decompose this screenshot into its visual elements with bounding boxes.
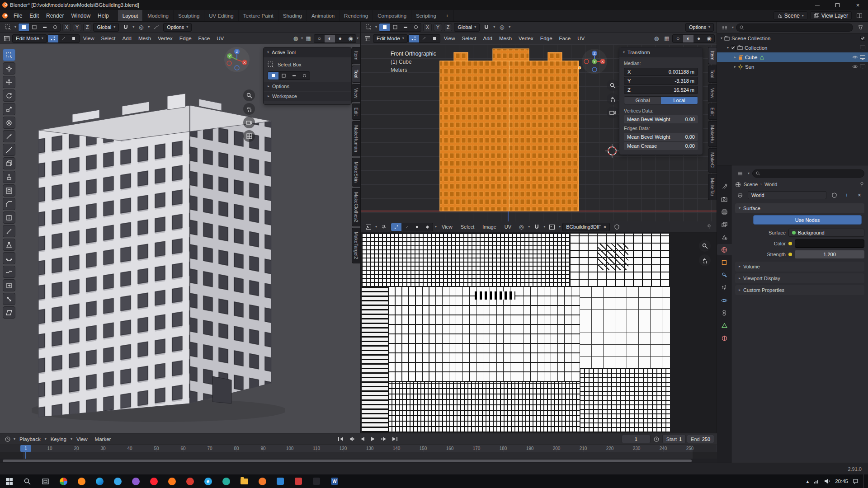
tab-makeskin[interactable]: MakeSkin <box>352 158 360 187</box>
gizmo-y-label[interactable]: Y <box>228 54 231 58</box>
orientation-dropdown[interactable]: Global ▾ <box>93 23 119 32</box>
pan-button[interactable] <box>699 254 711 266</box>
vertex-select-button[interactable] <box>48 35 58 42</box>
mirror-x-toggle[interactable]: X <box>423 23 432 31</box>
taskbar-app-orange[interactable] <box>163 474 181 488</box>
menu-add[interactable]: Add <box>119 33 134 44</box>
gizmo-x-label[interactable]: X <box>601 60 604 64</box>
checkbox-icon[interactable] <box>731 45 736 50</box>
tool-extrude-region[interactable] <box>3 171 15 183</box>
uv-canvas[interactable] <box>361 233 717 433</box>
options-subpanel[interactable]: ▸ Options <box>264 82 351 91</box>
menu-edit[interactable]: Edit <box>26 10 42 21</box>
gizmo-y-label[interactable]: Y <box>593 60 596 64</box>
tool-scale[interactable] <box>3 103 15 115</box>
tab-makeclothes2[interactable]: MakeClothes2 <box>352 188 360 226</box>
edge-select-button[interactable] <box>419 35 429 42</box>
taskbar-app-word[interactable]: W <box>326 474 344 488</box>
tab-compositing[interactable]: Compositing <box>373 10 411 21</box>
active-tool-icon[interactable] <box>3 23 13 32</box>
start-frame-field[interactable]: Start 1 <box>662 435 686 443</box>
menu-uv[interactable]: UV <box>574 33 588 44</box>
taskbar-app-red[interactable] <box>181 474 199 488</box>
active-tool-icon[interactable] <box>363 23 373 32</box>
tool-cursor[interactable] <box>3 62 15 75</box>
select-mode-new-button[interactable] <box>19 23 29 31</box>
breadcrumb-world[interactable]: World <box>764 182 778 187</box>
texture-image[interactable] <box>362 234 670 432</box>
tab-makeclothes[interactable]: MakeCl <box>708 148 717 173</box>
tool-loop-cut[interactable] <box>3 211 15 224</box>
viewport-3d-front[interactable]: ▾ X Y Z Global ▾ ▾ ◎ ▾ Options ▾ Edit Mo… <box>361 22 717 221</box>
gizmo-z-label[interactable]: Z <box>236 50 238 54</box>
tab-makehuman[interactable]: MakeHu <box>708 121 717 147</box>
timeline-tracks[interactable] <box>0 452 717 459</box>
tool-poly-build[interactable] <box>3 239 15 251</box>
face-select-button[interactable] <box>69 35 79 42</box>
tab-view-layer-properties[interactable] <box>717 219 731 230</box>
viewport-display-panel[interactable]: ▸ Viewport Display <box>735 273 864 283</box>
search-button[interactable] <box>18 474 36 488</box>
tab-constraint-properties[interactable] <box>717 307 731 319</box>
image-browse-button[interactable] <box>547 223 557 231</box>
tool-shrink-fatten[interactable] <box>3 293 15 305</box>
uv-sync-toggle[interactable] <box>379 223 389 231</box>
menu-select[interactable]: Select <box>459 33 480 44</box>
screen-icon[interactable] <box>860 65 865 69</box>
tab-render-properties[interactable] <box>717 193 731 205</box>
menu-file[interactable]: File <box>10 10 26 21</box>
menu-mesh[interactable]: Mesh <box>496 33 515 44</box>
start-button[interactable] <box>0 474 18 488</box>
tool-edge-slide[interactable] <box>3 279 15 291</box>
pan-button[interactable] <box>243 103 255 115</box>
tab-modeling[interactable]: Modeling <box>143 10 174 21</box>
proportional-editing-toggle[interactable]: ◎ <box>497 23 507 32</box>
volume-panel[interactable]: ▸ Volume <box>735 262 864 272</box>
fake-user-shield-button[interactable] <box>612 223 622 231</box>
menu-playback[interactable]: Playback <box>16 433 44 445</box>
jump-to-start-button[interactable] <box>336 435 346 443</box>
view-layer-selector[interactable]: View Layer <box>810 11 852 20</box>
custom-properties-panel[interactable]: ▸ Custom Properties <box>735 285 864 295</box>
surface-value-dropdown[interactable]: Background <box>788 229 864 237</box>
screen-icon[interactable] <box>860 46 865 50</box>
mode-dropdown[interactable]: Edit Mode ▾ <box>12 34 47 43</box>
minimize-button[interactable] <box>807 0 827 10</box>
screen-icon[interactable] <box>860 55 865 60</box>
unlink-world-button[interactable]: × <box>854 191 864 200</box>
tab-object-properties[interactable] <box>717 257 731 268</box>
menu-view[interactable]: View <box>80 33 98 44</box>
tab-physics-properties[interactable] <box>717 295 731 306</box>
maximize-button[interactable] <box>827 0 848 10</box>
browse-world-button[interactable] <box>735 191 745 200</box>
color-swatch[interactable] <box>795 239 864 248</box>
menu-mesh[interactable]: Mesh <box>135 33 154 44</box>
taskbar-app-vscode[interactable] <box>271 474 289 488</box>
menu-keying[interactable]: Keying <box>47 433 70 445</box>
viewport-3d-user[interactable]: ▾ X Y Z Global ▾ ▾ ◎ ▾ Options ▾ Edit Mo… <box>0 22 361 433</box>
properties-filter-button[interactable] <box>735 169 745 178</box>
taskbar-app-purple[interactable] <box>127 474 145 488</box>
uv-island-select-button[interactable] <box>422 223 433 231</box>
uv-face-select-button[interactable] <box>412 223 422 231</box>
tray-expand-icon[interactable]: ▴ <box>806 478 809 484</box>
use-preview-range-toggle[interactable] <box>651 435 661 443</box>
tab-world-properties[interactable] <box>717 244 731 255</box>
menu-vertex[interactable]: Vertex <box>515 33 537 44</box>
tool-options-dropdown[interactable]: Options ▾ <box>163 23 192 32</box>
clock[interactable]: 20:45 <box>835 479 848 484</box>
fake-user-shield-button[interactable] <box>829 191 839 200</box>
menu-marker[interactable]: Marker <box>92 433 114 445</box>
viewport-front-canvas[interactable]: Front Orthographic (1) Cube Meters Z X Y… <box>361 44 717 221</box>
outliner-row-cube[interactable]: ▸ Cube <box>717 52 868 62</box>
menu-edge[interactable]: Edge <box>176 33 195 44</box>
taskbar-app-teal[interactable] <box>217 474 235 488</box>
taskbar-app-red-square[interactable] <box>289 474 307 488</box>
perspective-toggle-button[interactable] <box>243 130 255 142</box>
tab-animation[interactable]: Animation <box>307 10 340 21</box>
surface-panel-header[interactable]: ▾ Surface <box>735 203 864 213</box>
uv-vertex-select-button[interactable] <box>391 223 401 231</box>
pin-image-button[interactable] <box>704 223 714 231</box>
network-icon[interactable] <box>813 479 820 484</box>
select-mode-subtract-button[interactable] <box>39 23 50 31</box>
